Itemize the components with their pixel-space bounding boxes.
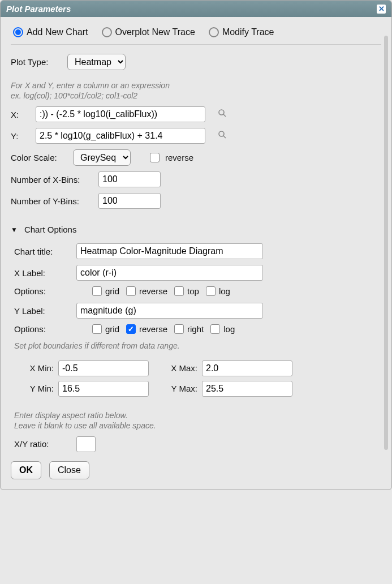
x-options-row: Options: grid reverse top log (14, 286, 381, 296)
xbins-label: Number of X-Bins: (11, 175, 93, 184)
plot-type-row: Plot Type: Heatmap (11, 54, 381, 70)
ymin-label: Y Min: (22, 384, 54, 393)
collapse-icon[interactable]: ▼ (11, 226, 18, 234)
ylabel-row: Y Label: (14, 303, 381, 319)
x-grid-checkbox[interactable]: grid (92, 286, 119, 296)
svg-point-2 (219, 131, 224, 136)
y-row: Y: (11, 128, 381, 144)
radio-overplot-new-trace[interactable]: Overplot New Trace (102, 27, 195, 37)
plot-type-label: Plot Type: (11, 57, 62, 67)
dialog-title: Plot Parameters (6, 4, 71, 14)
ymax-input[interactable] (202, 381, 292, 397)
radio-icon (102, 27, 112, 37)
ok-button[interactable]: OK (11, 461, 41, 479)
ybins-row: Number of Y-Bins: (11, 193, 381, 209)
search-icon[interactable] (218, 109, 227, 120)
ylabel-label: Y Label: (14, 306, 71, 316)
radio-label: Modify Trace (222, 27, 274, 37)
reverse-colorscale-label: reverse (165, 153, 193, 162)
xy-hint: For X and Y, enter a column or an expres… (11, 80, 381, 101)
y-label: Y: (11, 131, 30, 141)
xlabel-label: X Label: (14, 268, 71, 278)
ratio-input[interactable] (76, 436, 96, 452)
chart-title-input[interactable] (76, 243, 263, 259)
xmax-label: X Max: (166, 363, 197, 373)
dialog-content: Add New Chart Overplot New Trace Modify … (1, 17, 391, 489)
close-button[interactable]: Close (49, 461, 89, 479)
x-top-checkbox[interactable]: top (174, 286, 199, 296)
xbins-row: Number of X-Bins: (11, 171, 381, 187)
x-log-checkbox[interactable]: log (206, 286, 230, 296)
y-right-checkbox[interactable]: right (174, 324, 204, 334)
ylabel-input[interactable] (76, 303, 263, 319)
x-label: X: (11, 110, 30, 119)
y-log-checkbox[interactable]: log (210, 324, 235, 334)
bounds-hint: Set plot boundaries if different from da… (14, 341, 381, 351)
x-reverse-checkbox[interactable]: reverse (126, 286, 167, 296)
bounds-block: X Min: X Max: Y Min: Y Max: (14, 360, 381, 397)
close-icon[interactable]: ✕ (377, 5, 386, 14)
radio-label: Add New Chart (27, 27, 88, 37)
xlabel-input[interactable] (76, 265, 263, 281)
radio-add-new-chart[interactable]: Add New Chart (13, 27, 88, 37)
radio-modify-trace[interactable]: Modify Trace (209, 27, 274, 37)
radio-icon (13, 27, 23, 37)
color-scale-label: Color Scale: (11, 153, 67, 162)
y-grid-checkbox[interactable]: grid (92, 324, 119, 334)
ybins-input[interactable] (98, 193, 161, 209)
svg-line-1 (223, 114, 226, 117)
search-icon[interactable] (218, 130, 227, 141)
titlebar: Plot Parameters ✕ (1, 1, 391, 17)
chart-options-body: Chart title: X Label: Options: grid reve… (11, 243, 381, 452)
chart-title-label: Chart title: (14, 247, 71, 256)
ymin-input[interactable] (58, 381, 149, 397)
y-bounds-row: Y Min: Y Max: (22, 381, 381, 397)
y-options-label: Options: (14, 324, 71, 334)
y-reverse-checkbox[interactable]: ✓reverse (126, 324, 167, 334)
color-scale-row: Color Scale: GreySeq reverse (11, 149, 381, 166)
xmin-label: X Min: (22, 363, 54, 373)
x-input[interactable] (36, 106, 205, 122)
y-input[interactable] (36, 128, 205, 144)
reverse-colorscale-checkbox[interactable] (150, 153, 160, 162)
button-bar: OK Close (11, 461, 381, 479)
svg-point-0 (219, 110, 224, 115)
plot-type-select[interactable]: Heatmap (67, 54, 126, 70)
ybins-label: Number of Y-Bins: (11, 196, 93, 206)
x-options-label: Options: (14, 286, 71, 296)
x-bounds-row: X Min: X Max: (22, 360, 381, 376)
plot-parameters-dialog: Plot Parameters ✕ Add New Chart Overplot… (0, 0, 392, 490)
ratio-row: X/Y ratio: (14, 436, 381, 452)
radio-icon (209, 27, 219, 37)
ratio-label: X/Y ratio: (14, 439, 71, 449)
section-title: Chart Options (24, 225, 77, 234)
y-options-row: Options: grid ✓reverse right log (14, 324, 381, 334)
ymax-label: Y Max: (166, 384, 197, 393)
radio-label: Overplot New Trace (115, 27, 195, 37)
xlabel-row: X Label: (14, 265, 381, 281)
xbins-input[interactable] (98, 171, 161, 187)
svg-line-3 (223, 136, 226, 138)
xmin-input[interactable] (58, 360, 149, 376)
scrollbar[interactable] (384, 36, 388, 450)
chart-options-header: ▼ Chart Options (11, 225, 381, 234)
xmax-input[interactable] (202, 360, 292, 376)
chart-title-row: Chart title: (14, 243, 381, 259)
mode-radio-group: Add New Chart Overplot New Trace Modify … (11, 24, 381, 45)
ratio-hint: Enter display aspect ratio below. Leave … (14, 410, 381, 431)
color-scale-select[interactable]: GreySeq (73, 149, 131, 166)
x-row: X: (11, 106, 381, 122)
